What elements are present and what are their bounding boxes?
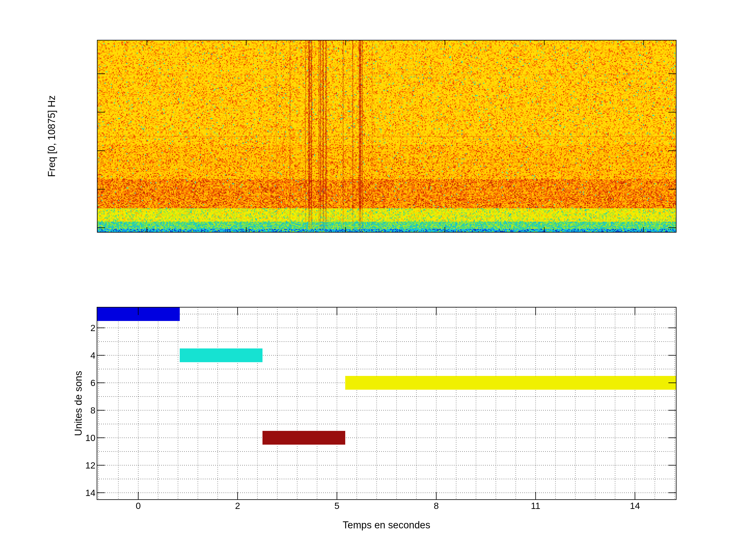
spectrogram-frame bbox=[97, 40, 676, 232]
gantt-bars bbox=[97, 307, 676, 445]
bar-sound-unit-10 bbox=[262, 431, 345, 445]
y-tick-label-4: 4 bbox=[91, 350, 96, 361]
y-tick-label-8: 8 bbox=[91, 405, 96, 415]
x-tick-label-14: 14 bbox=[630, 501, 640, 511]
matlab-figure: Freq [0, 10875] Hz 02581114 2468101214 T… bbox=[0, 0, 747, 560]
x-tick-label-8: 8 bbox=[434, 501, 439, 511]
gantt-y-tick-labels: 2468101214 bbox=[85, 323, 96, 498]
gantt-frame bbox=[97, 307, 676, 500]
bar-sound-unit-4 bbox=[180, 348, 262, 362]
gantt-x-tick-labels: 02581114 bbox=[136, 501, 640, 511]
y-tick-label-10: 10 bbox=[85, 433, 96, 443]
figure-overlay: Freq [0, 10875] Hz 02581114 2468101214 T… bbox=[0, 0, 747, 560]
spectrogram-axes: Freq [0, 10875] Hz bbox=[46, 40, 676, 232]
gantt-y-axis-label: Unites de sons bbox=[73, 371, 84, 436]
x-tick-label-2: 2 bbox=[235, 501, 240, 511]
y-tick-label-14: 14 bbox=[85, 488, 96, 498]
x-tick-label-5: 5 bbox=[334, 501, 339, 511]
gantt-grid bbox=[97, 307, 676, 500]
y-tick-label-12: 12 bbox=[85, 460, 96, 470]
gantt-axes: 02581114 2468101214 Temps en secondes Un… bbox=[73, 307, 676, 530]
gantt-ticks bbox=[97, 307, 676, 500]
x-tick-label-11: 11 bbox=[531, 501, 540, 511]
bar-sound-unit-6 bbox=[345, 376, 676, 390]
spectrogram-y-axis-label: Freq [0, 10875] Hz bbox=[46, 96, 57, 177]
x-tick-label-0: 0 bbox=[136, 501, 140, 511]
y-tick-label-2: 2 bbox=[91, 323, 96, 333]
gantt-x-axis-label: Temps en secondes bbox=[343, 519, 430, 530]
y-tick-label-6: 6 bbox=[91, 378, 96, 388]
